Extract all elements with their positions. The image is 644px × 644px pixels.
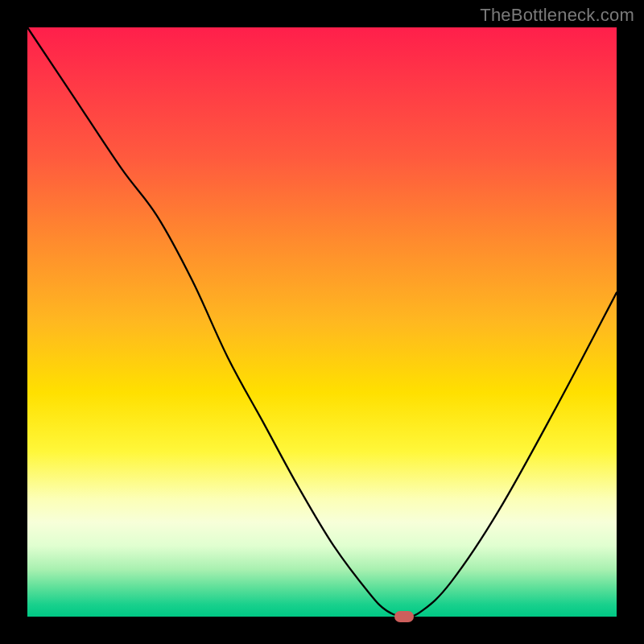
bottleneck-curve	[27, 27, 617, 617]
watermark-text: TheBottleneck.com	[480, 5, 634, 26]
minimum-marker	[394, 611, 414, 622]
chart-frame: TheBottleneck.com	[0, 0, 644, 644]
plot-area	[27, 27, 617, 617]
